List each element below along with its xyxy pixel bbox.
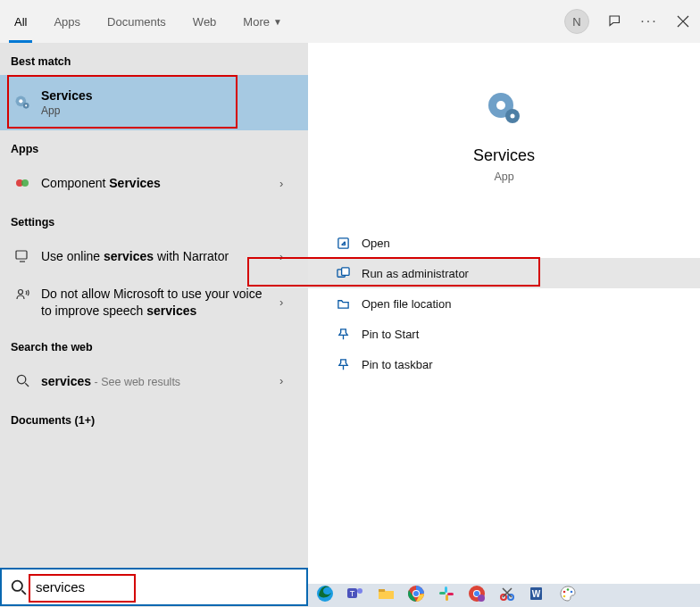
svg-point-39: [570, 591, 572, 594]
svg-point-38: [566, 588, 569, 591]
action-label: Pin to taskbar: [362, 358, 433, 371]
taskbar-app-word[interactable]: W: [526, 584, 548, 603]
taskbar-app-snip[interactable]: [496, 584, 518, 603]
search-box[interactable]: [0, 568, 308, 606]
user-avatar[interactable]: N: [564, 9, 589, 34]
action-pin-to-start[interactable]: Pin to Start: [308, 319, 700, 349]
result-text: Do not allow Microsoft to use your voice…: [34, 286, 279, 320]
svg-point-32: [478, 595, 485, 602]
tab-documents[interactable]: Documents: [102, 0, 171, 43]
action-wrap: Run as administrator: [308, 258, 700, 288]
search-input[interactable]: [36, 570, 306, 604]
section-apps: Apps: [0, 130, 308, 162]
taskbar-app-paint[interactable]: [556, 584, 579, 603]
content-area: Best match Services App Apps: [0, 43, 700, 607]
detail-title: Services: [473, 146, 535, 165]
svg-point-5: [21, 179, 29, 187]
svg-point-16: [12, 580, 22, 590]
tab-more-label: More: [243, 15, 270, 29]
action-label: Open file location: [362, 297, 451, 311]
svg-point-1: [19, 99, 22, 103]
action-open[interactable]: Open: [308, 228, 700, 258]
result-narrator-services[interactable]: Use online services with Narrator ›: [0, 236, 308, 277]
svg-point-12: [510, 114, 514, 119]
best-match-wrap: Services App: [0, 75, 308, 130]
tab-all[interactable]: All: [9, 0, 32, 43]
folder-icon: [333, 297, 353, 311]
services-app-icon: [483, 87, 526, 130]
shield-icon: [333, 267, 353, 280]
display-icon: [11, 249, 34, 263]
close-icon[interactable]: [675, 13, 691, 29]
result-web-services[interactable]: services - See web results ›: [0, 361, 308, 402]
svg-point-31: [474, 591, 479, 596]
search-window: All Apps Documents Web More ▼ N ··· Best…: [0, 0, 700, 607]
action-run-as-admin[interactable]: Run as administrator: [308, 258, 700, 288]
best-match-sub: App: [41, 104, 292, 117]
bottom-bar: T W: [0, 568, 700, 607]
svg-rect-26: [439, 592, 446, 595]
result-speech-services[interactable]: Do not allow Microsoft to use your voice…: [0, 277, 308, 328]
best-match-title: Services: [41, 88, 93, 103]
taskbar-app-slack[interactable]: [435, 584, 457, 603]
taskbar: T W: [308, 584, 700, 607]
component-icon: [11, 176, 34, 190]
pin-icon: [333, 328, 353, 341]
svg-point-24: [413, 591, 419, 596]
best-match-text: Services App: [34, 88, 297, 117]
svg-point-10: [496, 101, 505, 110]
voice-icon: [11, 286, 34, 302]
action-label: Pin to Start: [362, 328, 419, 341]
result-text: Component Services: [34, 175, 279, 191]
results-pane: Best match Services App Apps: [0, 43, 308, 607]
more-options-icon[interactable]: ···: [641, 13, 657, 29]
tabs-bar: All Apps Documents Web More ▼ N ···: [0, 0, 700, 43]
chevron-down-icon: ▼: [273, 17, 282, 27]
gear-icon: [11, 94, 34, 112]
svg-text:T: T: [349, 589, 354, 598]
svg-rect-25: [445, 586, 447, 593]
result-text: Use online services with Narrator: [34, 248, 279, 264]
taskbar-app-chrome-profile[interactable]: [465, 584, 488, 603]
tab-web[interactable]: Web: [188, 0, 222, 43]
svg-point-20: [357, 588, 362, 594]
svg-point-37: [562, 591, 565, 594]
result-component-services[interactable]: Component Services ›: [0, 162, 308, 204]
svg-rect-27: [446, 595, 448, 601]
feedback-icon[interactable]: [607, 13, 623, 29]
svg-text:W: W: [531, 589, 540, 599]
action-pin-to-taskbar[interactable]: Pin to taskbar: [308, 349, 700, 379]
scope-tabs: All Apps Documents Web More ▼: [9, 0, 288, 43]
chevron-right-icon: ›: [279, 177, 297, 190]
result-best-match[interactable]: Services App: [0, 75, 308, 130]
svg-point-40: [562, 595, 565, 598]
action-list: Open Run as administrator Open: [308, 228, 700, 379]
taskbar-app-explorer[interactable]: [374, 584, 396, 603]
section-settings: Settings: [0, 204, 308, 236]
svg-point-3: [25, 104, 27, 106]
svg-rect-15: [341, 267, 348, 274]
section-documents: Documents (1+): [0, 402, 308, 434]
action-open-file-location[interactable]: Open file location: [308, 288, 700, 319]
taskbar-app-edge[interactable]: [313, 584, 336, 603]
svg-rect-28: [447, 593, 454, 595]
taskbar-app-chrome[interactable]: [404, 584, 427, 603]
taskbar-app-teams[interactable]: T: [344, 584, 366, 603]
svg-point-7: [19, 290, 23, 295]
detail-pane: Services App Open Run as administrator: [308, 43, 700, 607]
result-text: services - See web results: [34, 373, 279, 389]
svg-rect-6: [16, 251, 27, 259]
titlebar-controls: N ···: [564, 0, 691, 43]
svg-point-8: [17, 376, 25, 384]
search-icon: [11, 374, 34, 387]
tab-apps[interactable]: Apps: [48, 0, 86, 43]
chevron-right-icon: ›: [279, 250, 297, 263]
detail-sub: App: [494, 170, 513, 183]
pin-icon: [333, 358, 353, 371]
search-icon: [2, 579, 36, 595]
action-label: Run as administrator: [362, 267, 469, 280]
open-icon: [333, 237, 353, 250]
section-best-match: Best match: [0, 43, 308, 75]
tab-more[interactable]: More ▼: [238, 0, 288, 43]
svg-rect-21: [379, 589, 385, 592]
